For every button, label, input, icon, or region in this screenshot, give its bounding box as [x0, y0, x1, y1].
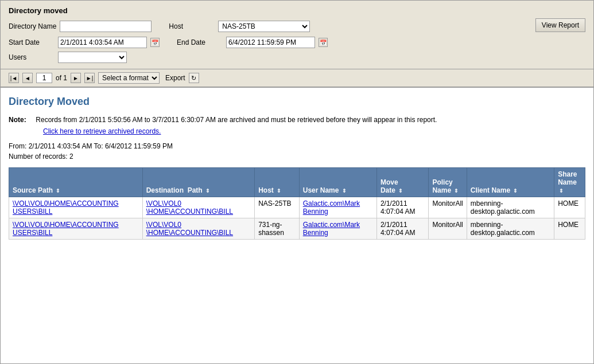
data-table: Source Path ⇕ Destination Path ⇕ Host ⇕ … — [9, 167, 585, 240]
users-label: Users — [9, 53, 55, 61]
cell-move_date: 2/1/2011 4:07:04 AM — [376, 197, 429, 218]
end-date-input[interactable] — [226, 37, 315, 48]
page-number-input[interactable] — [36, 73, 52, 83]
form-area: Directory Name Host NAS-25TB View Report… — [9, 21, 585, 63]
host-label: Host — [169, 22, 215, 30]
cell-source_path[interactable]: \VOL\VOL0\HOME\ACCOUNTING USERS\BILL — [9, 197, 143, 218]
note-section: Note: Records from 2/1/2011 5:50:56 AM t… — [9, 115, 585, 136]
cell-host: 731-ng-shassen — [255, 218, 300, 240]
cell-share_name: HOME — [554, 218, 585, 240]
col-user-name[interactable]: User Name ⇕ — [299, 168, 376, 197]
link-user_name[interactable]: Galactic.com\Mark Benning — [303, 199, 373, 216]
link-user_name[interactable]: Galactic.com\Mark Benning — [303, 221, 373, 237]
nav-next-button[interactable]: ► — [71, 73, 81, 83]
content-area: Directory Moved Note: Records from 2/1/2… — [1, 88, 593, 248]
form-row-1: Directory Name Host NAS-25TB View Report — [9, 21, 585, 32]
main-container: Directory moved Directory Name Host NAS-… — [0, 0, 594, 364]
note-text: Records from 2/1/2011 5:50:56 AM to 3/7/… — [36, 116, 437, 124]
host-group: Host NAS-25TB — [169, 21, 310, 32]
link-source_path[interactable]: \VOL\VOL0\HOME\ACCOUNTING USERS\BILL — [13, 221, 139, 237]
start-date-group: Start Date 📅 — [9, 37, 160, 48]
window-title: Directory moved — [9, 6, 585, 15]
end-date-label: End Date — [177, 38, 223, 46]
cell-user_name[interactable]: Galactic.com\Mark Benning — [299, 218, 376, 240]
table-header-row: Source Path ⇕ Destination Path ⇕ Host ⇕ … — [9, 168, 585, 197]
cell-policy_name: MonitorAll — [429, 197, 467, 218]
start-date-label: Start Date — [9, 38, 55, 46]
directory-name-input[interactable] — [60, 21, 152, 32]
cell-client_name: mbenning-desktop.galactic.com — [467, 218, 554, 240]
cell-share_name: HOME — [554, 197, 585, 218]
nav-prev-button[interactable]: ◄ — [22, 73, 33, 83]
cell-move_date: 2/1/2011 4:07:04 AM — [376, 218, 429, 240]
cell-dest_path[interactable]: \VOL\VOL0 \HOME\ACCOUNTING\BILL — [142, 218, 254, 240]
cell-user_name[interactable]: Galactic.com\Mark Benning — [299, 197, 376, 218]
users-select[interactable] — [58, 52, 127, 63]
col-share-name[interactable]: ShareName ⇕ — [554, 168, 585, 197]
table-row: \VOL\VOL0\HOME\ACCOUNTING USERS\BILL\VOL… — [9, 218, 585, 240]
directory-name-label: Directory Name — [9, 22, 56, 30]
col-move-date[interactable]: MoveDate ⇕ — [376, 168, 429, 197]
col-policy-name[interactable]: PolicyName ⇕ — [429, 168, 467, 197]
col-dest-path[interactable]: Destination Path ⇕ — [142, 168, 254, 197]
format-select[interactable]: Select a format — [98, 72, 160, 84]
cell-policy_name: MonitorAll — [429, 218, 467, 240]
header-panel: Directory moved Directory Name Host NAS-… — [1, 1, 593, 69]
link-dest_path[interactable]: \VOL\VOL0 \HOME\ACCOUNTING\BILL — [146, 199, 251, 216]
cell-client_name: mbenning-desktop.galactic.com — [467, 197, 554, 218]
directory-name-group: Directory Name — [9, 21, 152, 32]
col-host[interactable]: Host ⇕ — [255, 168, 300, 197]
link-source_path[interactable]: \VOL\VOL0\HOME\ACCOUNTING USERS\BILL — [13, 199, 139, 216]
table-row: \VOL\VOL0\HOME\ACCOUNTING USERS\BILL\VOL… — [9, 197, 585, 218]
end-date-group: End Date 📅 — [177, 37, 328, 48]
col-source-path[interactable]: Source Path ⇕ — [9, 168, 143, 197]
page-of-label: of 1 — [56, 74, 67, 82]
records-count-line: Number of records: 2 — [9, 152, 585, 161]
toolbar: |◄ ◄ of 1 ► ►| Select a format Export ↻ — [1, 69, 593, 88]
refresh-icon[interactable]: ↻ — [189, 73, 199, 83]
report-title: Directory Moved — [9, 96, 585, 108]
cell-source_path[interactable]: \VOL\VOL0\HOME\ACCOUNTING USERS\BILL — [9, 218, 143, 240]
cell-host: NAS-25TB — [255, 197, 300, 218]
nav-last-button[interactable]: ►| — [84, 73, 95, 83]
date-range-line: From: 2/1/2011 4:03:54 AM To: 6/4/2012 1… — [9, 142, 585, 150]
form-row-3: Users — [9, 52, 585, 63]
host-select[interactable]: NAS-25TB — [218, 21, 310, 32]
link-dest_path[interactable]: \VOL\VOL0 \HOME\ACCOUNTING\BILL — [146, 221, 251, 237]
export-label: Export — [165, 74, 185, 82]
form-row-2: Start Date 📅 End Date 📅 — [9, 37, 585, 48]
note-label: Note: — [9, 116, 26, 124]
start-date-input[interactable] — [58, 37, 147, 48]
retrieve-archived-link[interactable]: Click here to retrieve archived records. — [43, 126, 585, 136]
end-date-calendar-icon[interactable]: 📅 — [319, 38, 328, 47]
view-report-button[interactable]: View Report — [535, 18, 585, 32]
nav-first-button[interactable]: |◄ — [9, 73, 19, 83]
start-date-calendar-icon[interactable]: 📅 — [150, 38, 160, 47]
cell-dest_path[interactable]: \VOL\VOL0 \HOME\ACCOUNTING\BILL — [142, 197, 254, 218]
col-client-name[interactable]: Client Name ⇕ — [467, 168, 554, 197]
